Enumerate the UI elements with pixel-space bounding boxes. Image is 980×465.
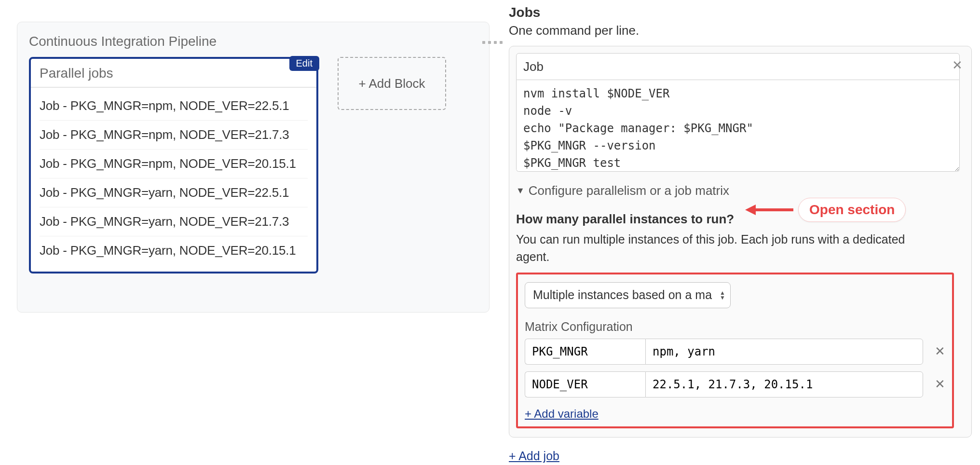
matrix-key-input[interactable] [525, 371, 645, 397]
job-name-input[interactable] [516, 53, 960, 80]
select-stepper-icon: ▲▼ [720, 290, 725, 300]
disclosure-label: Configure parallelism or a job matrix [529, 183, 729, 198]
jobs-heading: Jobs [509, 5, 972, 20]
parallel-instances-desc: You can run multiple instances of this j… [516, 231, 940, 266]
commands-textarea[interactable] [516, 80, 960, 172]
connector-dots [482, 41, 503, 44]
list-item[interactable]: Job - PKG_MNGR=npm, NODE_VER=21.7.3 [40, 121, 308, 150]
annotation-label: Open section [798, 198, 906, 222]
matrix-row: ✕ [525, 371, 945, 397]
matrix-key-input[interactable] [525, 339, 645, 365]
list-item[interactable]: Job - PKG_MNGR=yarn, NODE_VER=20.15.1 [40, 236, 308, 265]
remove-row-icon[interactable]: ✕ [935, 344, 945, 359]
block-row: Edit Parallel jobs Job - PKG_MNGR=npm, N… [29, 57, 477, 274]
list-item[interactable]: Job - PKG_MNGR=npm, NODE_VER=22.5.1 [40, 92, 308, 121]
pipeline-canvas: Continuous Integration Pipeline Edit Par… [17, 22, 490, 313]
list-item[interactable]: Job - PKG_MNGR=yarn, NODE_VER=22.5.1 [40, 178, 308, 207]
parallelism-mode-select[interactable]: Multiple instances based on a ma ▲▼ [525, 282, 731, 308]
matrix-config-label: Matrix Configuration [525, 320, 945, 334]
matrix-highlight-box: Multiple instances based on a ma ▲▼ Matr… [516, 273, 954, 428]
job-list: Job - PKG_MNGR=npm, NODE_VER=22.5.1 Job … [31, 88, 316, 272]
select-value: Multiple instances based on a ma [533, 288, 712, 302]
matrix-value-input[interactable] [645, 339, 923, 365]
job-card: ✕ ▼ Configure parallelism or a job matri… [509, 46, 972, 438]
edit-button[interactable]: Edit [289, 56, 319, 71]
arrow-left-icon [745, 200, 793, 219]
job-editor-panel: Jobs One command per line. ✕ ▼ Configure… [509, 0, 972, 463]
pipeline-title: Continuous Integration Pipeline [29, 34, 477, 49]
block-header: Parallel jobs [31, 59, 316, 88]
add-block-button[interactable]: + Add Block [338, 57, 446, 110]
annotation: Open section [745, 198, 906, 222]
add-variable-link[interactable]: + Add variable [525, 407, 599, 421]
svg-marker-1 [745, 205, 756, 215]
list-item[interactable]: Job - PKG_MNGR=npm, NODE_VER=20.15.1 [40, 150, 308, 178]
parallelism-disclosure[interactable]: ▼ Configure parallelism or a job matrix [516, 183, 965, 198]
add-job-link[interactable]: + Add job [509, 449, 559, 463]
remove-row-icon[interactable]: ✕ [935, 377, 945, 392]
pipeline-block[interactable]: Edit Parallel jobs Job - PKG_MNGR=npm, N… [29, 57, 318, 274]
close-icon[interactable]: ✕ [952, 58, 963, 73]
triangle-down-icon: ▼ [516, 186, 525, 196]
matrix-row: ✕ [525, 339, 945, 365]
matrix-value-input[interactable] [645, 371, 923, 397]
jobs-subheading: One command per line. [509, 23, 972, 38]
list-item[interactable]: Job - PKG_MNGR=yarn, NODE_VER=21.7.3 [40, 207, 308, 236]
